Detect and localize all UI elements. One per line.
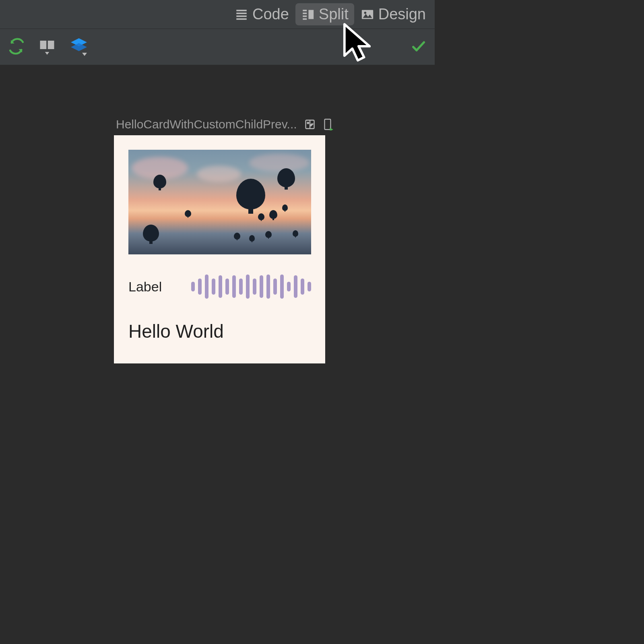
svg-rect-12 xyxy=(40,41,47,49)
svg-rect-13 xyxy=(48,41,54,49)
svg-marker-17 xyxy=(82,53,87,56)
tab-design[interactable]: Design xyxy=(355,3,431,25)
layout-panels-icon[interactable] xyxy=(39,38,56,56)
svg-marker-21 xyxy=(330,128,333,130)
card-hero-image xyxy=(128,150,311,254)
card-title-text: Hello World xyxy=(128,320,224,342)
preview-name: HelloCardWithCustomChildPrev... xyxy=(116,118,297,131)
svg-rect-8 xyxy=(308,10,314,19)
design-canvas[interactable]: HelloCardWithCustomChildPrev... xyxy=(0,65,435,435)
tab-code[interactable]: Code xyxy=(229,3,295,25)
preview-toolbar xyxy=(0,29,435,65)
theme-switch-icon[interactable] xyxy=(304,119,316,130)
card-label-row: Label xyxy=(128,275,311,299)
tab-code-label: Code xyxy=(252,6,289,23)
view-mode-tabs: Code Split Design xyxy=(0,0,435,29)
svg-marker-14 xyxy=(45,52,50,55)
deploy-device-icon[interactable] xyxy=(323,118,333,130)
tab-split-label: Split xyxy=(319,6,349,23)
preview-header: HelloCardWithCustomChildPrev... xyxy=(116,118,333,131)
image-icon xyxy=(361,8,374,21)
svg-point-19 xyxy=(307,122,309,124)
split-icon xyxy=(301,8,315,21)
layers-stack-icon[interactable] xyxy=(69,37,89,58)
status-ok-icon xyxy=(411,38,427,56)
svg-marker-16 xyxy=(71,43,87,51)
card-label-text: Label xyxy=(128,279,162,295)
lines-icon xyxy=(235,8,248,21)
tab-split[interactable]: Split xyxy=(295,3,354,25)
tab-design-label: Design xyxy=(378,6,426,23)
waveform-icon xyxy=(191,275,311,299)
preview-card[interactable]: Label Hello World xyxy=(114,135,325,363)
svg-point-11 xyxy=(364,11,366,14)
refresh-icon[interactable] xyxy=(8,38,25,56)
svg-rect-20 xyxy=(324,119,330,130)
